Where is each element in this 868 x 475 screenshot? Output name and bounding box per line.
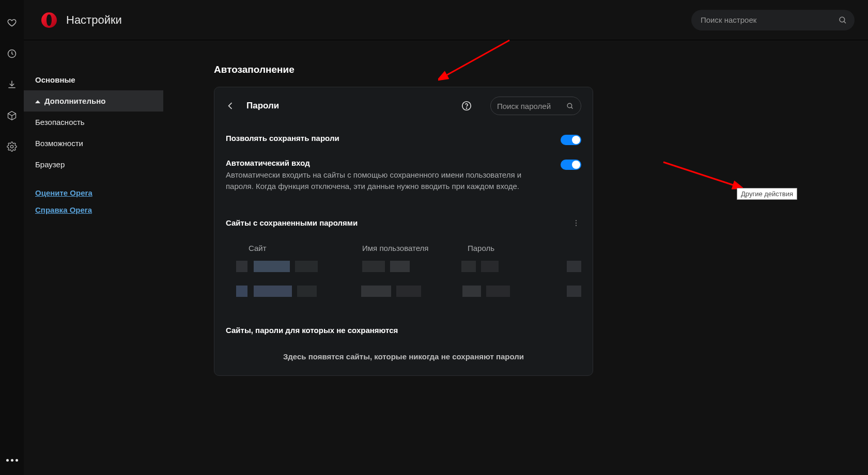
passwords-card: Пароли Поиск паролей Позволять сохранять (214, 87, 593, 376)
search-icon (566, 102, 575, 110)
search-placeholder: Поиск настроек (701, 15, 838, 24)
card-title: Пароли (246, 101, 279, 111)
setting-auto-signin: Автоматический вход Автоматически входит… (214, 157, 593, 204)
page-title: Настройки (66, 13, 122, 27)
heart-icon[interactable] (7, 18, 17, 30)
saved-sites-heading: Сайты с сохраненными паролями (226, 218, 358, 227)
more-actions-button[interactable] (571, 216, 581, 230)
settings-search-input[interactable]: Поиск настроек (691, 10, 855, 30)
left-rail (0, 0, 24, 475)
svg-point-8 (576, 225, 577, 226)
col-password: Пароль (468, 244, 581, 252)
toggle-auto-signin[interactable] (561, 160, 581, 170)
help-opera-link[interactable]: Справка Opera (35, 205, 152, 214)
gear-icon[interactable] (7, 141, 17, 154)
sidebar-item-browser[interactable]: Браузер (24, 154, 163, 175)
more-icon[interactable] (6, 459, 18, 475)
back-button[interactable] (224, 99, 237, 113)
svg-line-10 (663, 162, 736, 186)
table-header: Сайт Имя пользователя Пароль (214, 236, 593, 257)
svg-point-6 (576, 220, 577, 221)
clock-icon[interactable] (7, 49, 17, 61)
section-heading: Автозаполнение (214, 64, 849, 75)
chevron-up-icon (35, 98, 40, 103)
col-user: Имя пользователя (362, 244, 468, 252)
passwords-search-placeholder: Поиск паролей (497, 102, 566, 110)
top-bar: Настройки Поиск настроек (24, 0, 868, 40)
passwords-search-input[interactable]: Поиск паролей (490, 97, 581, 115)
svg-point-7 (576, 222, 577, 223)
settings-sidebar: Основные Дополнительно Безопасность Возм… (24, 40, 163, 475)
svg-point-2 (840, 17, 845, 22)
annotation-arrow-icon (438, 37, 516, 84)
svg-point-1 (10, 145, 13, 148)
setting-description: Автоматически входить на сайты с помощью… (226, 169, 550, 192)
download-icon[interactable] (7, 80, 17, 92)
rate-opera-link[interactable]: Оцените Opera (35, 188, 152, 197)
setting-label: Автоматический вход (226, 159, 550, 167)
help-icon[interactable] (460, 100, 473, 112)
opera-logo-icon (41, 12, 57, 28)
sidebar-item-basic[interactable]: Основные (24, 69, 163, 90)
col-site: Сайт (249, 244, 362, 252)
svg-point-4 (466, 108, 467, 108)
search-icon (838, 15, 847, 25)
never-saved-empty: Здесь появятся сайты, которые никогда не… (214, 341, 593, 375)
svg-point-5 (567, 103, 572, 108)
never-saved-heading: Сайты, пароли для которых не сохраняются (226, 326, 398, 335)
setting-save-passwords: Позволять сохранять пароли (214, 124, 593, 157)
sidebar-item-features[interactable]: Возможности (24, 133, 163, 154)
sidebar-item-security[interactable]: Безопасность (24, 112, 163, 133)
sidebar-item-advanced[interactable]: Дополнительно (24, 90, 163, 112)
setting-label: Позволять сохранять пароли (226, 134, 550, 142)
toggle-save-passwords[interactable] (561, 135, 581, 145)
tooltip: Другие действия (737, 188, 797, 200)
table-row[interactable] (214, 281, 593, 301)
annotation-arrow-icon (660, 159, 743, 193)
table-row[interactable] (214, 257, 593, 276)
cube-icon[interactable] (7, 110, 17, 123)
